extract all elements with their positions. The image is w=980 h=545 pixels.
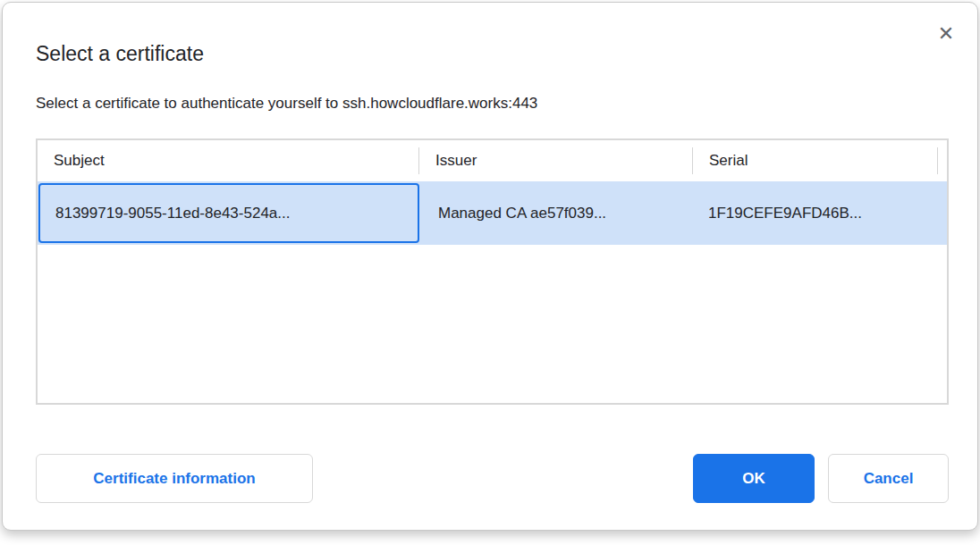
close-button[interactable]: ✕ <box>931 19 961 49</box>
certificate-issuer-cell: Managed CA ae57f039... <box>419 181 692 245</box>
certificate-subject-cell[interactable]: 81399719-9055-11ed-8e43-524a... <box>38 183 419 243</box>
column-header-issuer: Issuer <box>419 140 692 181</box>
dialog-title: Select a certificate <box>36 42 204 66</box>
cancel-button[interactable]: Cancel <box>828 454 949 503</box>
column-header-serial: Serial <box>693 140 937 181</box>
certificate-picker-dialog: ✕ Select a certificate Select a certific… <box>2 2 978 531</box>
dialog-subtitle: Select a certificate to authenticate you… <box>36 95 537 113</box>
ok-button[interactable]: OK <box>693 454 815 503</box>
certificate-row[interactable]: 81399719-9055-11ed-8e43-524a... Managed … <box>38 181 947 245</box>
column-header-subject: Subject <box>38 140 418 181</box>
table-header-row: Subject Issuer Serial <box>38 140 947 181</box>
scrollbar-gutter <box>938 140 947 181</box>
close-icon: ✕ <box>938 22 954 45</box>
certificate-information-button[interactable]: Certificate information <box>36 454 313 503</box>
certificate-serial-cell: 1F19CEFE9AFD46B... <box>692 181 947 245</box>
certificate-table: Subject Issuer Serial 81399719-9055-11ed… <box>36 138 949 405</box>
